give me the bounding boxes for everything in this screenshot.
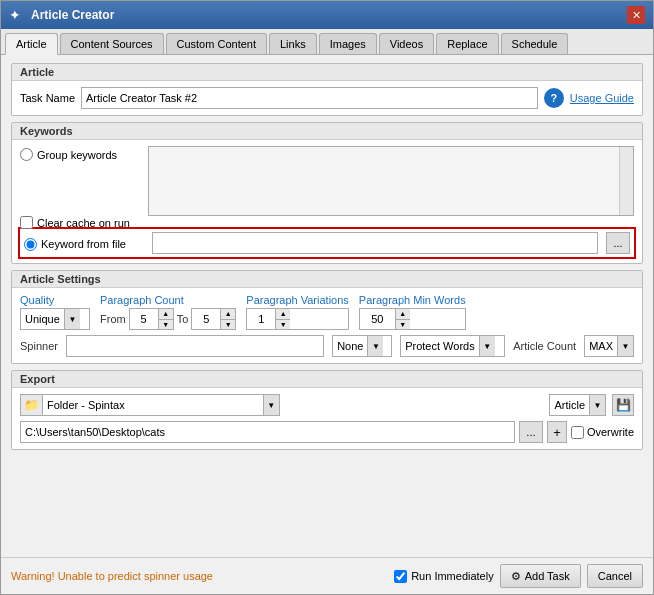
warning-text: Warning! Unable to predict spinner usage [11, 570, 213, 582]
para-count-to-down[interactable]: ▼ [221, 320, 235, 330]
para-count-from-input[interactable] [130, 309, 158, 329]
para-count-from-up[interactable]: ▲ [159, 309, 173, 320]
export-section: Export 📁 Folder - Spintax ▼ Article ▼ 💾 [11, 370, 643, 450]
gear-icon: ⚙ [511, 570, 521, 583]
keywords-section-body: Group keywords Clear cache on run Keywor… [12, 140, 642, 263]
keyword-file-browse-button[interactable]: ... [606, 232, 630, 254]
run-immediately-checkbox[interactable] [394, 570, 407, 583]
para-variations-down[interactable]: ▼ [276, 320, 290, 330]
article-count-label: Article Count [513, 340, 576, 352]
export-browse-button[interactable]: ... [519, 421, 543, 443]
para-count-from-spin: ▲ ▼ [129, 308, 174, 330]
para-min-words-group: Paragraph Min Words ▲ ▼ [359, 294, 466, 330]
quality-group: Quality Unique ▼ [20, 294, 90, 330]
add-task-button[interactable]: ⚙ Add Task [500, 564, 581, 588]
main-content: Article Task Name ? Usage Guide Keywords… [1, 55, 653, 557]
tab-schedule[interactable]: Schedule [501, 33, 569, 54]
add-task-label: Add Task [525, 570, 570, 582]
tab-article[interactable]: Article [5, 33, 58, 55]
para-min-words-down[interactable]: ▼ [396, 320, 410, 330]
group-keywords-row: Group keywords [20, 146, 634, 216]
article-type-select[interactable]: Article ▼ [549, 394, 606, 416]
bottom-bar: Warning! Unable to predict spinner usage… [1, 557, 653, 594]
group-keywords-radio[interactable] [20, 148, 33, 161]
overwrite-row: Overwrite [571, 426, 634, 439]
folder-dropdown-arrow: ▼ [263, 395, 279, 415]
max-dropdown-arrow: ▼ [617, 336, 633, 356]
quality-dropdown-arrow: ▼ [64, 309, 80, 329]
article-dropdown-arrow: ▼ [589, 395, 605, 415]
group-keywords-label[interactable]: Group keywords [20, 146, 140, 161]
keywords-textarea[interactable] [149, 147, 633, 215]
none-select[interactable]: None ▼ [332, 335, 392, 357]
none-dropdown-arrow: ▼ [367, 336, 383, 356]
max-label: MAX [585, 340, 617, 352]
export-save-button[interactable]: 💾 [612, 394, 634, 416]
tab-replace[interactable]: Replace [436, 33, 498, 54]
para-min-words-input[interactable] [360, 309, 395, 329]
keywords-textarea-wrapper [148, 146, 634, 216]
from-label: From [100, 313, 126, 325]
tab-videos[interactable]: Videos [379, 33, 434, 54]
para-variations-input[interactable] [247, 309, 275, 329]
overwrite-checkbox[interactable] [571, 426, 584, 439]
para-variations-group: Paragraph Variations ▲ ▼ [246, 294, 349, 330]
tab-content-sources[interactable]: Content Sources [60, 33, 164, 54]
settings-row-1: Quality Unique ▼ Paragraph Count From [20, 294, 634, 330]
article-settings-body: Quality Unique ▼ Paragraph Count From [12, 288, 642, 363]
para-count-to-arrows: ▲ ▼ [220, 309, 235, 329]
article-settings-section: Article Settings Quality Unique ▼ Paragr… [11, 270, 643, 364]
export-add-button[interactable]: + [547, 421, 567, 443]
para-min-words-label: Paragraph Min Words [359, 294, 466, 306]
keyword-from-file-radio[interactable] [24, 238, 37, 251]
group-keywords-text: Group keywords [37, 149, 117, 161]
spinner-row: Spinner None ▼ Protect Words ▼ Article C… [20, 335, 634, 357]
article-type-label: Article [550, 399, 589, 411]
protect-words-dropdown-arrow: ▼ [479, 336, 495, 356]
to-label: To [177, 313, 189, 325]
folder-select[interactable]: 📁 Folder - Spintax ▼ [20, 394, 280, 416]
article-section-body: Task Name ? Usage Guide [12, 81, 642, 115]
para-min-words-up[interactable]: ▲ [396, 309, 410, 320]
export-section-header: Export [12, 371, 642, 388]
spinner-label: Spinner [20, 340, 58, 352]
keyword-file-input[interactable] [152, 232, 598, 254]
tab-links[interactable]: Links [269, 33, 317, 54]
para-count-from-down[interactable]: ▼ [159, 320, 173, 330]
quality-select[interactable]: Unique ▼ [20, 308, 90, 330]
para-variations-label: Paragraph Variations [246, 294, 349, 306]
keyword-file-row: Keyword from file ... [18, 227, 636, 259]
export-path-input[interactable] [20, 421, 515, 443]
paragraph-count-group: Paragraph Count From ▲ ▼ To [100, 294, 236, 330]
clear-cache-checkbox[interactable] [20, 216, 33, 229]
article-count-max-select[interactable]: MAX ▼ [584, 335, 634, 357]
cancel-button[interactable]: Cancel [587, 564, 643, 588]
para-count-to-input[interactable] [192, 309, 220, 329]
para-variations-up[interactable]: ▲ [276, 309, 290, 320]
from-to-group: From ▲ ▼ To [100, 308, 236, 330]
tab-custom-content[interactable]: Custom Content [166, 33, 267, 54]
clear-cache-label: Clear cache on run [37, 217, 130, 229]
tab-images[interactable]: Images [319, 33, 377, 54]
scrollbar[interactable] [619, 147, 633, 215]
para-count-to-up[interactable]: ▲ [221, 309, 235, 320]
para-count-from-arrows: ▲ ▼ [158, 309, 173, 329]
keyword-from-file-text: Keyword from file [41, 238, 126, 250]
usage-guide-link[interactable]: Usage Guide [570, 92, 634, 104]
protect-words-label: Protect Words [401, 340, 479, 352]
title-bar: ✦ Article Creator ✕ [1, 1, 653, 29]
close-button[interactable]: ✕ [627, 6, 645, 24]
folder-label-text: Folder - Spintax [43, 399, 263, 411]
keyword-from-file-label[interactable]: Keyword from file [24, 236, 144, 251]
task-name-label: Task Name [20, 92, 75, 104]
protect-words-select[interactable]: Protect Words ▼ [400, 335, 505, 357]
task-name-input[interactable] [81, 87, 538, 109]
export-row-1: 📁 Folder - Spintax ▼ Article ▼ 💾 [20, 394, 634, 416]
run-immediately-group: Run Immediately [394, 570, 494, 583]
para-count-to-spin: ▲ ▼ [191, 308, 236, 330]
tab-bar: Article Content Sources Custom Content L… [1, 29, 653, 55]
help-button[interactable]: ? [544, 88, 564, 108]
article-section-header: Article [12, 64, 642, 81]
quality-label: Quality [20, 294, 90, 306]
spinner-input[interactable] [66, 335, 324, 357]
